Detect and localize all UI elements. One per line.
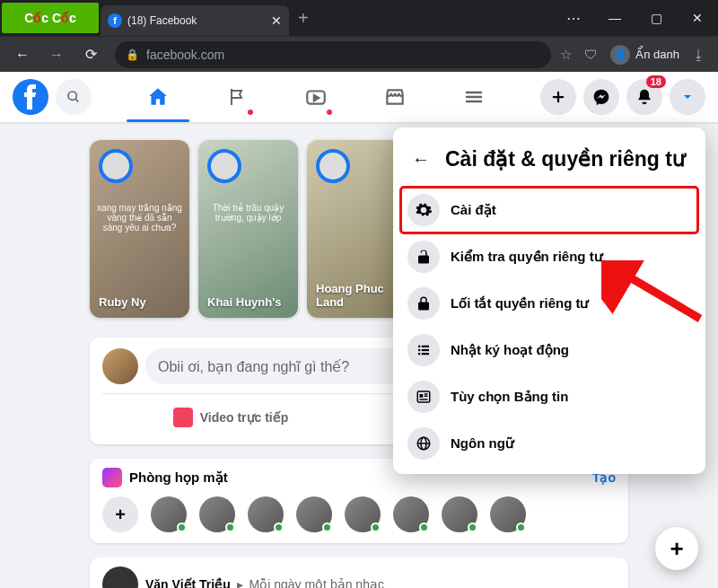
story-card[interactable]: Thời trẻ trâu quậy trường, quậy lớp Khai… — [198, 140, 298, 318]
story-author: Khai Huynh's — [207, 295, 289, 309]
search-button[interactable] — [56, 79, 92, 115]
svg-line-2 — [75, 99, 78, 101]
new-message-fab[interactable]: + — [655, 527, 698, 570]
tab-title: (18) Facebook — [127, 14, 266, 27]
browser-titlebar: Cốc Cốc f (18) Facebook ✕ + ⋯ — ▢ ✕ — [0, 0, 718, 36]
new-tab-button[interactable]: + — [289, 1, 318, 36]
forward-button[interactable]: → — [41, 39, 72, 70]
room-contact[interactable] — [393, 496, 429, 532]
online-dot-icon — [419, 522, 429, 532]
star-icon[interactable]: ☆ — [560, 47, 572, 63]
story-avatar-ring — [99, 149, 133, 183]
live-video-label: Video trực tiếp — [200, 410, 289, 425]
online-dot-icon — [274, 522, 284, 532]
dropdown-item-language[interactable]: Ngôn ngữ — [400, 420, 698, 467]
story-avatar-ring — [207, 149, 241, 183]
svg-rect-13 — [418, 353, 420, 355]
download-icon[interactable]: ⭳ — [692, 47, 705, 62]
story-caption: xang may trắng nắng vàng thế đã sẵn sàng… — [97, 203, 182, 233]
svg-rect-14 — [422, 353, 429, 355]
back-button[interactable]: ← — [7, 39, 38, 70]
coccoc-logo: Cốc Cốc — [2, 3, 99, 33]
dropdown-label: Nhật ký hoạt động — [451, 342, 569, 358]
live-video-button[interactable]: Video trực tiếp — [102, 401, 359, 434]
nav-tabs — [92, 74, 540, 120]
reload-button[interactable]: ⟳ — [75, 39, 106, 70]
dropdown-back-button[interactable]: ← — [406, 144, 436, 174]
svg-rect-10 — [422, 346, 429, 347]
nav-pages[interactable] — [201, 74, 273, 120]
dropdown-label: Ngôn ngữ — [451, 435, 514, 452]
account-menu-button[interactable] — [670, 79, 705, 115]
facebook-favicon: f — [108, 13, 122, 28]
online-dot-icon — [468, 522, 477, 532]
rooms-title-text: Phòng họp mặt — [129, 470, 228, 486]
story-card[interactable]: xang may trắng nắng vàng thế đã sẵn sàng… — [90, 140, 189, 318]
window-menu-icon[interactable]: ⋯ — [553, 0, 594, 36]
unlock-icon — [407, 241, 440, 273]
news-icon — [407, 381, 440, 413]
rooms-icon — [102, 468, 122, 487]
incognito-label: Ẩn danh — [635, 48, 679, 61]
dropdown-label: Tùy chọn Bảng tin — [451, 389, 568, 405]
room-contact[interactable] — [490, 496, 526, 532]
user-avatar[interactable] — [102, 348, 138, 384]
url-text: facebook.com — [146, 48, 224, 62]
post-target[interactable]: Mỗi ngày một bản nhạc — [250, 577, 384, 588]
room-contact[interactable] — [296, 496, 332, 532]
nav-marketplace[interactable] — [359, 74, 431, 120]
url-input[interactable]: 🔒 facebook.com — [115, 41, 551, 68]
browser-tab[interactable]: f (18) Facebook ✕ — [101, 5, 289, 36]
svg-rect-15 — [417, 391, 430, 402]
dropdown-item-activity-log[interactable]: Nhật ký hoạt động — [400, 327, 698, 373]
room-contact[interactable] — [442, 496, 477, 532]
incognito-indicator[interactable]: 👤 Ẩn danh — [610, 45, 679, 65]
lock-icon: 🔒 — [126, 48, 139, 61]
notification-dot-icon — [248, 110, 253, 115]
video-icon — [173, 408, 193, 427]
post-avatar[interactable] — [102, 566, 138, 588]
online-dot-icon — [322, 522, 332, 532]
story-avatar-ring — [316, 149, 350, 183]
story-card[interactable]: Hoang Phuc Land — [307, 140, 407, 318]
svg-rect-11 — [418, 349, 420, 351]
dropdown-item-newsfeed-prefs[interactable]: Tùy chọn Bảng tin — [400, 373, 698, 420]
room-contact[interactable] — [345, 496, 381, 532]
dropdown-title: Cài đặt & quyền riêng tư — [445, 147, 686, 171]
nav-menu[interactable] — [438, 74, 510, 120]
close-window-button[interactable]: ✕ — [677, 0, 718, 36]
lock-icon — [407, 287, 440, 320]
post-author[interactable]: Văn Viết Triều — [145, 577, 231, 588]
shield-icon[interactable]: 🛡 — [584, 47, 598, 62]
maximize-button[interactable]: ▢ — [635, 0, 677, 36]
room-contact[interactable] — [199, 496, 235, 532]
svg-rect-16 — [420, 394, 424, 398]
room-contact[interactable] — [248, 496, 284, 532]
online-dot-icon — [371, 522, 381, 532]
rooms-title: Phòng họp mặt — [102, 468, 228, 487]
address-bar: ← → ⟳ 🔒 facebook.com ☆ 🛡 👤 Ẩn danh ⭳ — [0, 36, 718, 72]
notifications-button[interactable]: 18 — [626, 79, 662, 115]
dropdown-item-settings[interactable]: Cài đặt — [400, 187, 698, 233]
create-button[interactable] — [540, 79, 576, 115]
minimize-button[interactable]: — — [594, 0, 635, 36]
window-controls: ⋯ — ▢ ✕ — [553, 0, 718, 36]
nav-watch[interactable] — [280, 74, 352, 120]
globe-icon — [407, 427, 440, 460]
svg-rect-12 — [422, 349, 429, 351]
composer-placeholder: Obii ơi, bạn đang nghĩ gì thế? — [158, 358, 349, 375]
dropdown-item-privacy-shortcuts[interactable]: Lối tắt quyền riêng tư — [400, 280, 698, 327]
room-contact[interactable] — [151, 496, 187, 532]
nav-home[interactable] — [122, 74, 194, 120]
notification-dot-icon — [327, 110, 332, 115]
online-dot-icon — [516, 522, 526, 532]
facebook-header: 18 — [0, 72, 718, 122]
dropdown-item-privacy-checkup[interactable]: Kiểm tra quyền riêng tư — [400, 233, 698, 280]
room-add-button[interactable]: + — [102, 496, 138, 532]
facebook-logo[interactable] — [13, 79, 48, 115]
gear-icon — [407, 194, 440, 226]
close-tab-icon[interactable]: ✕ — [271, 13, 282, 28]
messenger-button[interactable] — [583, 79, 619, 115]
feed-post-header[interactable]: Văn Viết Triều ▸ Mỗi ngày một bản nhạc — [90, 557, 628, 588]
chevron-right-icon: ▸ — [237, 577, 243, 588]
